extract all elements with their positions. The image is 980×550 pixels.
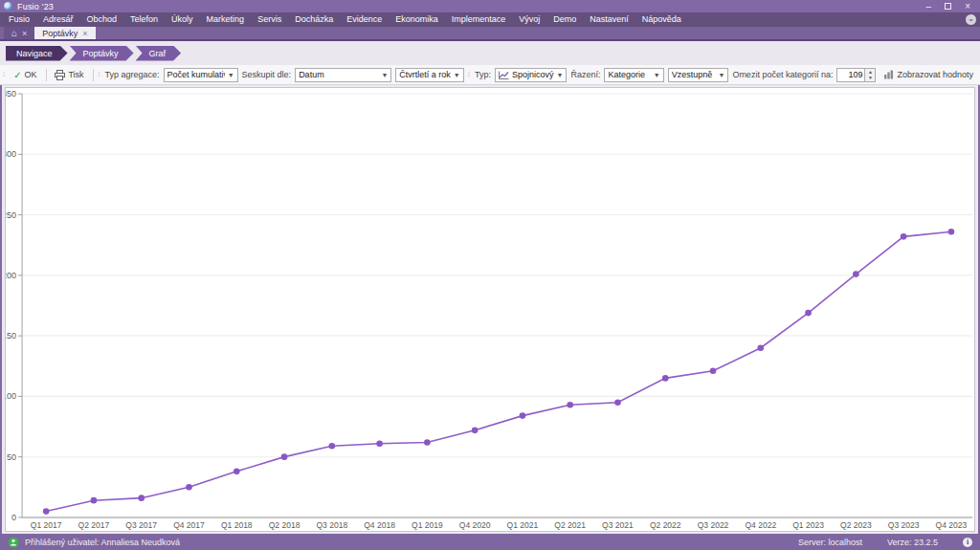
data-point[interactable] [43, 508, 50, 515]
line-chart: 050100150200250300350Q1 2017Q2 2017Q3 20… [5, 87, 975, 532]
data-point[interactable] [614, 399, 621, 406]
chart-type-select[interactable]: Spojnicový ▼ [495, 68, 567, 82]
toolbar: ⁞ ✓ OK Tisk ⁞ Typ agregace: Počet kumula… [0, 65, 980, 85]
close-button[interactable]: × [965, 2, 970, 11]
y-tick-label: 50 [7, 452, 16, 462]
spinner-down-icon[interactable]: ▼ [865, 75, 875, 80]
x-tick-label: Q2 2018 [269, 520, 301, 530]
chevron-down-icon[interactable]: ⌄ [966, 14, 976, 25]
tab-home-close-icon[interactable]: × [22, 29, 27, 38]
period-select[interactable]: Čtvrtletí a rok ▼ [395, 68, 463, 82]
x-tick-label: Q2 2021 [554, 520, 586, 530]
user-icon [8, 537, 19, 548]
data-point[interactable] [138, 495, 145, 501]
menu-item-ekonomika[interactable]: Ekonomika [389, 12, 445, 27]
home-icon: ⌂ [11, 29, 17, 38]
x-tick-label: Q4 2017 [173, 520, 205, 530]
x-tick-label: Q2 2023 [840, 520, 872, 530]
x-tick-label: Q1 2021 [507, 520, 539, 530]
data-point[interactable] [805, 310, 812, 317]
y-tick-label: 150 [6, 331, 16, 341]
sort-select[interactable]: Kategorie ▼ [604, 68, 663, 82]
toolbar-grip-icon: ⁞ [468, 71, 471, 78]
print-button[interactable]: Tisk [51, 67, 87, 83]
agg-select[interactable]: Počet kumulativ ▼ [164, 68, 238, 82]
maximize-button[interactable] [945, 3, 951, 10]
y-tick-label: 250 [6, 210, 16, 220]
menu-item-dochazka[interactable]: Docházka [288, 12, 340, 27]
data-point[interactable] [281, 453, 288, 460]
chevron-down-icon: ▼ [718, 72, 724, 78]
chevron-down-icon: ▼ [454, 72, 460, 78]
info-icon[interactable]: i [963, 538, 972, 547]
menu-item-servis[interactable]: Servis [251, 12, 288, 27]
limit-label: Omezit počet kategorií na: [732, 70, 833, 79]
limit-input[interactable]: 109 [836, 68, 865, 82]
toolbar-grip-icon: ⁞ [98, 71, 100, 78]
menu-item-nastaveni[interactable]: Nastavení [583, 12, 635, 27]
data-point[interactable] [91, 497, 98, 504]
menu-item-vyvoj[interactable]: Vývoj [512, 12, 546, 27]
sort-label: Řazení: [570, 70, 600, 79]
x-tick-label: Q4 2022 [745, 520, 776, 530]
menu-item-napoveda[interactable]: Nápověda [635, 12, 688, 27]
menu-item-fusio[interactable]: Fusio [2, 12, 36, 27]
data-point[interactable] [329, 443, 336, 450]
group-label: Seskupit dle: [242, 70, 292, 79]
data-point[interactable] [234, 469, 240, 475]
x-tick-label: Q3 2017 [125, 520, 157, 530]
menu-item-marketing[interactable]: Marketing [200, 12, 252, 27]
minimize-button[interactable]: – [926, 2, 932, 11]
limit-stepper[interactable]: ▲▼ [865, 68, 876, 82]
separator [93, 69, 94, 81]
data-point[interactable] [757, 344, 764, 351]
line-chart-icon [499, 71, 509, 79]
version-text: Verze: 23.2.5 [887, 538, 938, 547]
menu-item-demo[interactable]: Demo [546, 12, 583, 27]
x-tick-label: Q3 2023 [888, 520, 920, 530]
x-tick-label: Q1 2023 [792, 520, 824, 530]
status-bar: Přihlášený uživatel: Annaliesa Neudková … [0, 534, 980, 550]
tab-label: Poptávky [42, 29, 78, 38]
logged-user-text: Přihlášený uživatel: Annaliesa Neudková [25, 538, 180, 547]
chart-region: 050100150200250300350Q1 2017Q2 2017Q3 20… [0, 85, 980, 534]
data-point[interactable] [376, 440, 383, 447]
breadcrumb-item-navigace[interactable]: Navigace [6, 46, 68, 61]
data-line [46, 231, 951, 511]
x-tick-label: Q1 2019 [412, 520, 443, 530]
y-tick-label: 350 [6, 89, 16, 99]
x-tick-label: Q4 2023 [936, 520, 968, 530]
data-point[interactable] [948, 229, 955, 235]
sort-direction-select[interactable]: Vzestupně ▼ [668, 68, 729, 82]
menu-item-obchod[interactable]: Obchod [80, 12, 124, 27]
menu-item-evidence[interactable]: Evidence [340, 12, 389, 27]
data-point[interactable] [424, 439, 431, 446]
menu-item-adresar[interactable]: Adresář [36, 12, 80, 27]
tab-strip: ⌂ × Poptávky × [0, 27, 980, 41]
menu-bar: FusioAdresářObchodTelefonÚkolyMarketingS… [0, 12, 980, 27]
data-point[interactable] [472, 427, 479, 433]
tab-home[interactable]: ⌂ × [4, 27, 34, 39]
show-values-button[interactable]: Zobrazovat hodnoty [880, 67, 977, 83]
group-select[interactable]: Datum ▼ [295, 68, 391, 82]
data-point[interactable] [662, 375, 669, 382]
data-point[interactable] [186, 484, 192, 491]
tab-poptavky[interactable]: Poptávky × [34, 27, 95, 39]
data-point[interactable] [520, 412, 526, 419]
data-point[interactable] [901, 233, 907, 240]
data-point[interactable] [567, 402, 573, 408]
y-tick-label: 100 [6, 391, 16, 401]
data-point[interactable] [853, 271, 859, 277]
data-point[interactable] [710, 367, 717, 374]
menu-item-implementace[interactable]: Implementace [445, 12, 513, 27]
ok-button[interactable]: ✓ OK [10, 67, 40, 83]
breadcrumb-item-poptavky[interactable]: Poptávky [70, 46, 134, 61]
breadcrumb-item-graf[interactable]: Graf [136, 46, 182, 61]
menu-item-telefon[interactable]: Telefon [123, 12, 165, 27]
tab-close-icon[interactable]: × [82, 29, 87, 38]
app-logo-icon [4, 2, 12, 11]
title-bar: Fusio '23 – × [0, 0, 980, 12]
menu-item-ukoly[interactable]: Úkoly [165, 12, 200, 27]
x-tick-label: Q3 2018 [316, 520, 347, 530]
y-tick-label: 300 [6, 149, 16, 159]
